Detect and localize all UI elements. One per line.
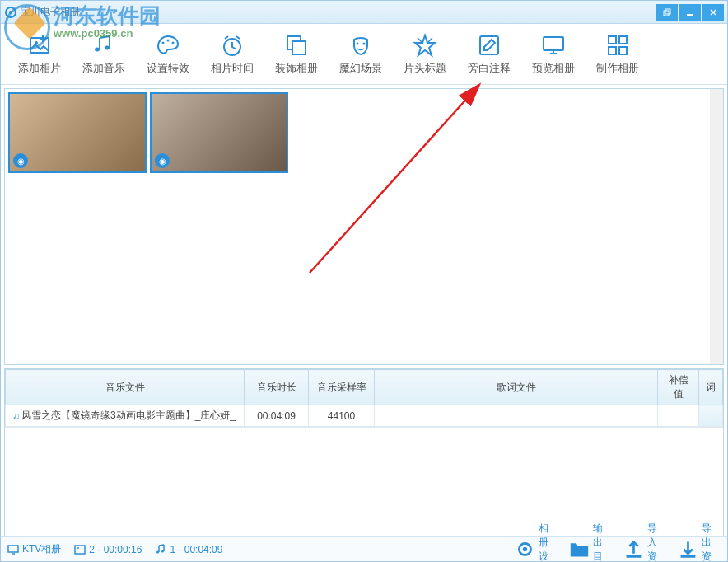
svg-point-9 (95, 47, 100, 51)
aside-note-button[interactable]: 旁白注释 (457, 27, 521, 82)
import-button[interactable]: 导入资源 (623, 522, 666, 563)
title-header-button[interactable]: 片头标题 (393, 27, 457, 82)
photo-area[interactable]: ◉ ◉ (4, 88, 724, 365)
svg-rect-23 (609, 47, 616, 54)
tool-label: 魔幻场景 (339, 61, 382, 76)
tool-label: 设置特效 (147, 61, 189, 76)
star-icon (413, 33, 437, 58)
cell-rate: 44100 (309, 405, 375, 427)
app-title: 宝川电子相册 (21, 5, 655, 19)
col-header-lrc[interactable]: 词 (699, 370, 723, 405)
svg-rect-16 (292, 41, 306, 54)
col-header-lyric[interactable]: 歌词文件 (375, 370, 658, 405)
magic-scene-button[interactable]: 魔幻场景 (329, 27, 393, 82)
monitor-icon (541, 33, 566, 58)
app-icon (4, 6, 17, 19)
make-album-button[interactable]: 制作相册 (586, 27, 650, 82)
music-note-icon: ♫ (12, 410, 20, 422)
album-settings-button[interactable]: 相册设置 (515, 522, 558, 563)
photo-thumbnail[interactable]: ◉ (150, 92, 288, 173)
tool-label: 旁白注释 (468, 61, 511, 76)
preview-album-button[interactable]: 预览相册 (521, 27, 586, 82)
decorate-album-button[interactable]: 装饰相册 (264, 27, 329, 82)
folder-icon (569, 539, 590, 560)
scrollbar[interactable] (710, 89, 723, 364)
col-header-duration[interactable]: 音乐时长 (245, 370, 309, 405)
music-icon (91, 33, 116, 58)
photo-time-button[interactable]: 相片时间 (200, 27, 264, 82)
tool-label: 片头标题 (404, 61, 446, 76)
tool-label: 装饰相册 (275, 61, 318, 76)
status-photo-count: 2 - 00:00:16 (74, 544, 142, 555)
download-icon (678, 539, 698, 560)
music-section: 音乐文件 音乐时长 音乐采样率 歌词文件 补偿值 词 ♫风雪之恋【魔镜奇缘3动画… (4, 368, 724, 560)
tool-label: 预览相册 (532, 61, 575, 76)
mask-icon (348, 33, 373, 58)
svg-point-11 (162, 41, 165, 44)
svg-rect-24 (619, 47, 627, 54)
svg-rect-2 (664, 11, 669, 16)
col-header-file[interactable]: 音乐文件 (6, 370, 245, 405)
cell-file: 风雪之恋【魔镜奇缘3动画电影主题曲】_庄心妍_ (21, 410, 236, 421)
svg-rect-21 (609, 36, 616, 44)
eye-badge-icon: ◉ (155, 153, 170, 168)
svg-point-13 (172, 41, 175, 44)
svg-point-29 (77, 547, 79, 549)
cell-duration: 00:04:09 (245, 405, 309, 427)
output-dir-button[interactable]: 输出目录 (569, 522, 612, 563)
add-music-button[interactable]: 添加音乐 (72, 27, 136, 82)
add-photo-button[interactable]: 添加相片 (7, 27, 72, 82)
svg-rect-20 (544, 37, 563, 50)
tool-label: 添加音乐 (82, 61, 125, 76)
svg-point-1 (9, 11, 12, 14)
gear-icon (515, 539, 535, 560)
svg-rect-22 (619, 36, 627, 44)
layers-icon (284, 33, 309, 58)
svg-point-17 (357, 42, 359, 44)
set-effects-button[interactable]: 设置特效 (136, 27, 200, 82)
col-header-comp[interactable]: 补偿值 (658, 370, 699, 405)
status-music-count: 1 - 00:04:09 (155, 544, 222, 555)
cell-lyric (375, 405, 658, 427)
window-controls (655, 4, 724, 21)
cell-lrc (699, 405, 723, 427)
status-album-type: KTV相册 (7, 542, 61, 556)
photo-small-icon (74, 544, 86, 555)
svg-point-10 (105, 45, 110, 49)
svg-point-33 (523, 547, 527, 551)
svg-rect-26 (8, 546, 18, 552)
restore-button[interactable] (656, 4, 678, 21)
photo-thumbnail[interactable]: ◉ (8, 92, 147, 173)
tool-label: 相片时间 (211, 61, 254, 76)
toolbar: 添加相片 添加音乐 设置特效 相片时间 装饰相册 魔幻场景 片头标题 旁白注释 … (1, 24, 727, 85)
eye-badge-icon: ◉ (13, 153, 28, 168)
svg-point-12 (167, 39, 170, 41)
monitor-small-icon (7, 544, 19, 555)
palette-icon (156, 33, 180, 58)
titlebar: 宝川电子相册 (1, 1, 727, 24)
music-table: 音乐文件 音乐时长 音乐采样率 歌词文件 补偿值 词 ♫风雪之恋【魔镜奇缘3动画… (5, 369, 723, 427)
grid-icon (605, 33, 630, 58)
tool-label: 制作相册 (596, 61, 639, 76)
minimize-button[interactable] (679, 4, 701, 21)
close-button[interactable] (702, 4, 724, 21)
edit-icon (477, 33, 502, 58)
tool-label: 添加相片 (18, 61, 61, 76)
svg-rect-7 (30, 38, 49, 53)
clock-icon (220, 33, 245, 58)
svg-point-18 (363, 42, 366, 44)
statusbar: KTV相册 2 - 00:00:16 1 - 00:04:09 相册设置 输出目… (1, 536, 727, 561)
svg-rect-28 (75, 546, 85, 554)
col-header-rate[interactable]: 音乐采样率 (309, 370, 375, 405)
table-row[interactable]: ♫风雪之恋【魔镜奇缘3动画电影主题曲】_庄心妍_ 00:04:09 44100 (6, 405, 723, 427)
cell-comp (658, 405, 699, 427)
svg-point-30 (156, 550, 159, 553)
upload-icon (623, 539, 644, 560)
music-small-icon (155, 544, 166, 555)
svg-point-31 (161, 550, 164, 552)
svg-rect-19 (480, 36, 498, 54)
export-button[interactable]: 导出资源 (678, 522, 721, 563)
svg-rect-3 (665, 9, 670, 14)
photo-icon (27, 33, 52, 58)
